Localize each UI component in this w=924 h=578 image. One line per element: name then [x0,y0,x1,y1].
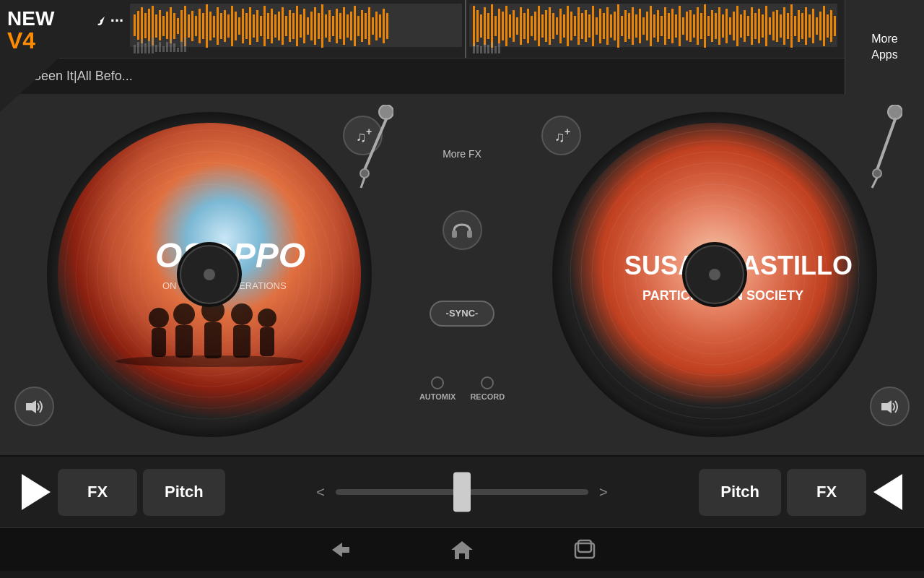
svg-marker-204 [26,400,36,413]
left-play-triangle [22,474,51,510]
crossfader-handle[interactable] [453,473,471,512]
svg-rect-20 [202,13,204,39]
automix-label: AUTOMIX [419,392,456,401]
svg-point-200 [360,169,369,178]
svg-rect-166 [751,7,753,45]
svg-rect-127 [610,14,612,38]
svg-rect-14 [180,10,183,42]
svg-rect-196 [494,46,497,53]
svg-rect-152 [700,13,702,39]
svg-rect-25 [220,13,222,39]
more-apps-button[interactable]: More Apps [845,0,924,94]
automix-record-row: AUTOMIX RECORD [419,376,505,401]
waveform-display: You Feel My ... [0,0,845,58]
svg-rect-21 [206,4,208,48]
sync-label: -SYNC- [446,308,479,319]
svg-rect-50 [310,12,313,40]
svg-point-216 [173,303,195,325]
crossfader-track[interactable] [336,489,588,495]
svg-rect-17 [191,11,193,41]
svg-rect-174 [780,14,782,38]
left-pitch-button[interactable]: Pitch [143,469,225,516]
svg-rect-190 [473,43,475,53]
svg-rect-92 [484,7,486,45]
right-controls-group: Pitch FX [699,469,866,516]
svg-rect-54 [325,14,327,38]
svg-rect-99 [509,14,511,38]
svg-point-198 [379,105,393,119]
svg-rect-45 [292,13,295,39]
record-circle [481,376,494,389]
svg-rect-90 [476,10,479,42]
svg-rect-193 [484,43,486,53]
svg-rect-130 [621,16,623,36]
navigation-bar [0,527,924,571]
right-play-triangle [873,474,902,510]
svg-rect-16 [188,14,190,38]
sync-button[interactable]: -SYNC- [430,301,494,327]
svg-rect-178 [794,16,796,36]
svg-rect-143 [668,13,670,39]
svg-rect-140 [657,10,659,42]
right-fx-button[interactable]: FX [787,469,866,516]
home-button[interactable] [444,535,480,564]
svg-rect-59 [343,7,345,45]
back-button[interactable] [321,535,357,564]
crossfader-right-arrow[interactable]: > [599,484,608,501]
svg-rect-175 [783,7,785,45]
svg-rect-163 [740,14,742,38]
bottom-control-bar: FX Pitch < > Pitch FX [0,455,924,527]
svg-rect-122 [592,6,594,46]
svg-rect-73 [137,42,139,53]
recents-button[interactable] [567,535,603,564]
svg-point-228 [204,269,215,280]
svg-rect-195 [491,42,493,53]
svg-rect-136 [642,17,645,35]
svg-rect-105 [531,16,533,36]
svg-rect-26 [224,10,226,42]
svg-rect-69 [379,14,381,38]
svg-rect-184 [816,17,818,35]
svg-rect-181 [805,7,807,45]
svg-rect-185 [819,12,821,40]
svg-rect-187 [827,14,829,38]
svg-rect-188 [830,10,832,42]
record-label: RECORD [470,392,505,401]
headphone-button[interactable] [443,210,482,250]
record-button[interactable]: RECORD [470,376,505,401]
svg-rect-13 [177,18,179,34]
svg-rect-111 [552,13,554,39]
left-fx-button[interactable]: FX [58,469,137,516]
svg-rect-173 [776,10,778,42]
svg-rect-33 [249,7,251,45]
svg-rect-57 [336,9,338,43]
svg-point-220 [231,303,253,325]
track2-title: 08 Seen It|All Befo... [14,69,133,84]
svg-rect-123 [596,17,598,35]
svg-rect-74 [141,39,143,53]
svg-rect-10 [166,12,168,39]
crossfader-left-arrow[interactable]: < [316,484,325,501]
svg-rect-159 [725,9,728,43]
svg-rect-253 [578,540,591,552]
svg-rect-8 [159,10,161,40]
svg-rect-194 [487,45,489,53]
automix-button[interactable]: AUTOMIX [419,376,456,401]
svg-rect-131 [624,10,627,42]
svg-rect-112 [556,17,558,35]
svg-rect-70 [383,9,385,43]
right-pitch-button[interactable]: Pitch [699,469,781,516]
left-play-button[interactable] [14,470,58,514]
right-play-button[interactable] [866,470,910,514]
svg-rect-71 [386,13,388,39]
svg-rect-192 [480,46,482,53]
svg-rect-68 [375,12,378,40]
waveform-area: You Feel My ... [0,0,845,94]
svg-rect-18 [195,16,197,36]
svg-rect-101 [516,17,518,35]
svg-rect-31 [242,9,244,43]
svg-rect-89 [473,6,475,46]
svg-rect-168 [758,9,760,43]
svg-rect-22 [209,12,212,40]
svg-rect-156 [715,13,717,39]
